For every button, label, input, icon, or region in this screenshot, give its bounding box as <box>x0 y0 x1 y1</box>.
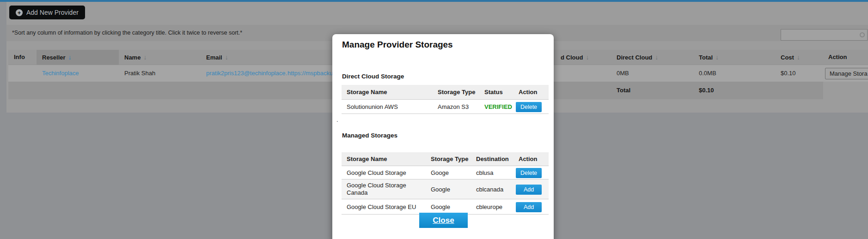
storage-name-cell: Google Cloud Storage <box>347 166 406 179</box>
column-header-direct-cloud[interactable]: Direct Cloud↓ <box>617 50 658 65</box>
reseller-email-link[interactable]: pratik2pris123@techinfoplace. <box>206 65 287 82</box>
column-header-label: Name <box>124 54 141 61</box>
delete-storage-button[interactable]: Delete <box>516 102 542 112</box>
sort-icon: ↓ <box>143 54 147 61</box>
add-new-provider-button[interactable]: + Add New Provider <box>9 6 85 19</box>
column-header-action: Action <box>828 50 847 65</box>
col-storage-name: Storage Name <box>347 85 387 100</box>
column-header-label: Info <box>14 54 25 60</box>
column-header-info[interactable]: Info <box>14 50 25 65</box>
storage-name-cell: Google Cloud Storage Canada <box>347 182 423 197</box>
sort-icon: ↓ <box>586 54 589 61</box>
stray-dot-text: . <box>336 116 338 123</box>
destination-cell: cbleurope <box>476 199 502 215</box>
destination-cell: cblusa <box>476 166 494 179</box>
managed-storage-row: Google Cloud Storage Canada Google cblca… <box>342 179 549 199</box>
modal-title: Manage Provider Storages <box>342 40 453 50</box>
column-header-label: Reseller <box>42 54 66 61</box>
column-header-label: Cost <box>781 54 794 61</box>
totals-label: Total <box>617 82 630 99</box>
add-storage-button[interactable]: Add <box>516 185 542 195</box>
search-icon <box>860 32 865 37</box>
plus-circle-icon: + <box>16 9 23 16</box>
column-header-name[interactable]: Name↓ <box>124 50 147 65</box>
col-storage-type: Storage Type <box>438 85 475 100</box>
col-storage-name: Storage Name <box>347 152 387 166</box>
status-badge: VERIFIED <box>484 100 512 114</box>
column-header-label: d Cloud <box>561 54 583 61</box>
col-storage-type: Storage Type <box>431 152 468 166</box>
totals-value: $0.10 <box>699 82 714 99</box>
manage-provider-storages-modal: Manage Provider Storages Direct Cloud St… <box>332 34 554 239</box>
sort-icon: ↓ <box>225 54 228 61</box>
manage-storages-button[interactable]: Manage Stora <box>825 68 868 79</box>
column-header-label: Direct Cloud <box>617 54 652 61</box>
col-action: Action <box>519 85 537 100</box>
managed-storages-heading: Managed Storages <box>342 132 397 139</box>
storage-type-cell: Googe <box>431 166 449 179</box>
column-header-cost[interactable]: Cost↓ <box>781 50 800 65</box>
search-box[interactable] <box>781 29 868 41</box>
sort-icon: ↓ <box>797 54 800 61</box>
direct-cloud-cell: 0MB <box>617 65 629 82</box>
direct-storage-row: Solutionunion AWS Amazon S3 VERIFIED Del… <box>342 100 549 114</box>
total-cell: 0.0MB <box>699 65 716 82</box>
column-header-label: Email <box>206 54 222 61</box>
column-header-label: Action <box>828 54 847 60</box>
reseller-link[interactable]: Techinfoplace <box>42 65 79 82</box>
managed-table-header-row: Storage Name Storage Type Destination Ac… <box>342 152 549 166</box>
storage-name-cell: Solutionunion AWS <box>347 100 398 114</box>
sort-icon: ↓ <box>715 54 719 61</box>
column-header-managed-cloud[interactable]: d Cloud↓ <box>561 50 589 65</box>
reseller-login-link[interactable]: https://mspbackup <box>287 65 336 82</box>
cost-cell: $0.10 <box>781 65 796 82</box>
sort-icon: ↓ <box>655 54 658 61</box>
sort-desc-icon: ↓ <box>68 54 72 61</box>
storage-type-cell: Amazon S3 <box>438 100 469 114</box>
column-header-email[interactable]: Email↓ <box>206 50 228 65</box>
sort-hint-text: *Sort any column of information by click… <box>12 25 242 41</box>
storage-name-cell: Google Cloud Storage EU <box>347 199 416 215</box>
reseller-name-cell: Pratik Shah <box>124 65 155 82</box>
direct-cloud-storage-heading: Direct Cloud Storage <box>342 73 404 80</box>
column-header-total[interactable]: Total↓ <box>699 50 719 65</box>
add-new-provider-label: Add New Provider <box>26 9 79 16</box>
destination-cell: cblcanada <box>476 179 503 199</box>
col-status: Status <box>484 85 503 100</box>
column-header-reseller[interactable]: Reseller↓ <box>42 50 72 65</box>
managed-storage-row: Google Cloud Storage Googe cblusa Delete <box>342 166 549 179</box>
direct-table-header-row: Storage Name Storage Type Status Action <box>342 85 549 100</box>
column-header-label: Total <box>699 54 713 61</box>
storage-type-cell: Google <box>431 179 450 199</box>
col-action: Action <box>519 152 537 166</box>
search-input[interactable] <box>781 30 860 40</box>
col-destination: Destination <box>476 152 509 166</box>
close-modal-button[interactable]: Close <box>419 213 468 228</box>
delete-storage-button[interactable]: Delete <box>516 168 542 178</box>
add-storage-button[interactable]: Add <box>516 202 542 212</box>
app-window: + Add New Provider *Sort any column of i… <box>0 0 868 239</box>
